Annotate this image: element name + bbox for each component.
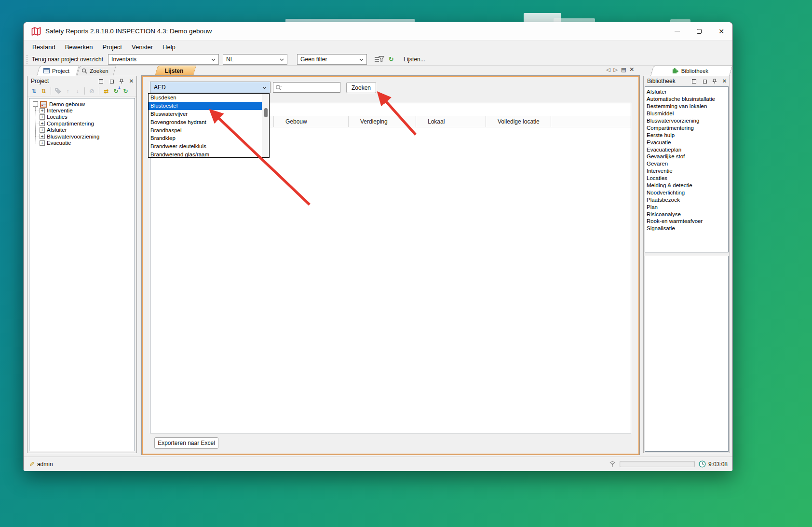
bibliotheek-item[interactable]: Melding & detectie: [647, 182, 728, 189]
swap-icon[interactable]: ⇄: [102, 88, 110, 94]
tag-icon[interactable]: [54, 88, 62, 95]
bibliotheek-item[interactable]: Gevaarlijke stof: [647, 153, 728, 160]
list-type-combobox[interactable]: AED: [150, 82, 271, 93]
bibliotheek-item[interactable]: Compartimentering: [647, 124, 728, 131]
menu-item[interactable]: Bewerken: [60, 42, 98, 52]
dock-icon[interactable]: [701, 78, 707, 84]
bibliotheek-item[interactable]: Blusmiddel: [647, 110, 728, 117]
float-icon[interactable]: [691, 78, 697, 84]
clock-icon: [699, 460, 706, 468]
menu-item[interactable]: Help: [158, 42, 180, 52]
expand-icon[interactable]: +: [40, 108, 45, 113]
tree-item-label: Locaties: [47, 114, 68, 120]
tree-item-label: Afsluiter: [47, 127, 67, 133]
dropdown-item[interactable]: Brandweer-sleutelkluis: [149, 142, 262, 151]
bibliotheek-item[interactable]: Bluswatervoorziening: [647, 117, 728, 125]
tree-root-item[interactable]: − Demo gebouw: [31, 101, 134, 107]
expand-icon[interactable]: +: [40, 127, 45, 133]
bibliotheek-item[interactable]: Automatische blusinstallatie: [647, 96, 728, 103]
expand-icon[interactable]: +: [40, 114, 45, 120]
refresh-add-icon[interactable]: ↻: [112, 88, 120, 94]
tab-close-icon[interactable]: ✕: [629, 67, 634, 72]
bibliotheek-item[interactable]: Afsluiter: [647, 88, 728, 96]
expand-icon[interactable]: +: [40, 134, 45, 139]
scrollbar-thumb[interactable]: [264, 108, 268, 117]
bibliotheek-item[interactable]: Signalisatie: [647, 225, 728, 232]
close-button[interactable]: ✕: [710, 22, 732, 40]
dropdown-item[interactable]: Bovengrondse hydrant: [149, 118, 262, 126]
expand-icon[interactable]: +: [40, 121, 45, 126]
tree-item[interactable]: + Evacuatie: [40, 139, 134, 146]
tree-item[interactable]: + Afsluiter: [40, 127, 134, 133]
dropdown-item[interactable]: Blusdeken: [149, 94, 262, 102]
bibliotheek-item[interactable]: Noodverlichting: [647, 189, 728, 196]
table-header[interactable]: Verdieping: [348, 116, 416, 127]
minimize-button[interactable]: [666, 22, 688, 40]
bibliotheek-item[interactable]: Evacuatie: [647, 139, 728, 146]
move-down-icon[interactable]: ↓: [73, 88, 81, 94]
menu-item[interactable]: Venster: [127, 42, 158, 52]
table-header[interactable]: Volledige locatie: [486, 116, 551, 127]
bibliotheek-item[interactable]: Gevaren: [647, 160, 728, 167]
search-box: [273, 82, 340, 93]
dropdown-item[interactable]: Brandhaspel: [149, 126, 262, 134]
lists-label[interactable]: Lijsten...: [404, 56, 425, 63]
language-combobox[interactable]: NL: [223, 54, 287, 65]
bibliotheek-item[interactable]: Evacuatieplan: [647, 146, 728, 153]
refresh-tree-icon[interactable]: ↻: [122, 88, 130, 94]
sort-az-icon[interactable]: ⇅: [40, 88, 48, 94]
table-header[interactable]: Lokaal: [416, 116, 486, 127]
filter-combobox[interactable]: Geen filter: [297, 54, 367, 65]
tree-item[interactable]: + Locaties: [40, 114, 134, 120]
bibliotheek-item[interactable]: Eerste hulp: [647, 131, 728, 139]
bibliotheek-item[interactable]: Locaties: [647, 175, 728, 182]
dropdown-item[interactable]: Brandwerend glas/raam: [149, 151, 262, 158]
tree-children: + Interventie + Locaties + Compartimente…: [31, 107, 134, 146]
pin-icon[interactable]: [118, 78, 124, 84]
pin-icon[interactable]: [711, 78, 717, 84]
project-tree: − Demo gebouw + Interventie + Locaties: [29, 98, 135, 451]
bibliotheek-item[interactable]: Risicoanalyse: [647, 210, 728, 218]
zoeken-button[interactable]: Zoeken: [346, 82, 376, 93]
move-up-icon[interactable]: ↑: [64, 88, 72, 94]
tab-list-icon[interactable]: ▤: [621, 67, 626, 72]
toolbar-grip[interactable]: [27, 55, 28, 64]
tree-item[interactable]: + Bluswatervoorziening: [40, 133, 134, 139]
expand-icon[interactable]: +: [40, 140, 45, 146]
minimize-icon: [675, 31, 680, 31]
tree-item[interactable]: + Interventie: [40, 107, 134, 113]
bibliotheek-item[interactable]: Interventie: [647, 167, 728, 175]
disable-icon[interactable]: ⊘: [88, 88, 96, 94]
tab-project[interactable]: Project: [37, 66, 76, 76]
panel-close-icon[interactable]: ✕: [128, 78, 135, 84]
dropdown-item[interactable]: Brandklep: [149, 134, 262, 142]
bibliotheek-item[interactable]: Plan: [647, 203, 728, 210]
bibliotheek-item[interactable]: Rook-en warmteafvoer: [647, 218, 728, 225]
export-excel-button[interactable]: Exporteren naar Excel: [154, 437, 218, 449]
tab-lijsten[interactable]: Lijsten: [155, 66, 193, 76]
refresh-icon[interactable]: ↻: [385, 54, 397, 65]
bibliotheek-item[interactable]: Bestemming van lokalen: [647, 103, 728, 110]
inventory-value: Inventaris: [111, 56, 136, 63]
dropdown-scrollbar[interactable]: [262, 94, 269, 157]
table-header[interactable]: Gebouw: [273, 116, 348, 127]
panel-close-icon[interactable]: ✕: [721, 78, 728, 84]
inventory-combobox[interactable]: Inventaris: [108, 54, 219, 65]
menu-item[interactable]: Bestand: [27, 42, 60, 52]
project-panel-title: Project: [31, 78, 49, 84]
dropdown-item[interactable]: Bluswatervijver: [149, 110, 262, 118]
tree-item[interactable]: + Compartimentering: [40, 120, 134, 126]
menu-item[interactable]: Project: [98, 42, 127, 52]
tab-zoeken[interactable]: Zoeken: [77, 66, 113, 76]
back-to-overview-label[interactable]: Terug naar project overzicht: [32, 56, 103, 63]
maximize-button[interactable]: [688, 22, 710, 40]
nav-forward-icon[interactable]: ▷: [613, 67, 617, 72]
sort-icon[interactable]: ⇅: [30, 88, 38, 94]
float-icon[interactable]: [98, 78, 104, 84]
nav-back-icon[interactable]: ◁: [606, 67, 610, 72]
dock-icon[interactable]: [108, 78, 114, 84]
tab-bibliotheek[interactable]: Bibliotheek: [650, 66, 730, 76]
bibliotheek-item[interactable]: Plaatsbezoek: [647, 196, 728, 203]
filter-settings-icon[interactable]: [374, 54, 385, 65]
dropdown-item[interactable]: Blustoestel: [149, 102, 262, 110]
